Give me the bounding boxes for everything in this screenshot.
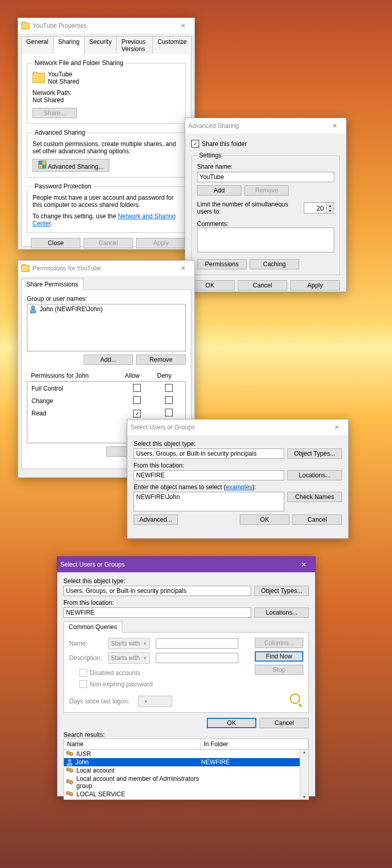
folder-icon xyxy=(21,265,29,272)
titlebar[interactable]: Select Users or Groups ✕ xyxy=(127,420,348,435)
tab-share-permissions[interactable]: Share Permissions xyxy=(21,279,84,290)
tab-sharing[interactable]: Sharing xyxy=(53,36,85,54)
location-label: From this location: xyxy=(63,599,309,606)
list-item[interactable]: John (NEWFIRE\John) xyxy=(40,306,103,313)
column-name[interactable]: Name xyxy=(64,739,201,749)
advanced-button[interactable]: Advanced... xyxy=(134,515,178,525)
column-folder[interactable]: In Folder xyxy=(201,739,308,749)
days-combo: ▼ xyxy=(138,696,172,707)
close-icon[interactable]: ✕ xyxy=(175,263,191,274)
scrollbar[interactable]: ▲▼ xyxy=(300,750,308,799)
advanced-sharing-window: Advanced Sharing ✕ ✓Share this folder Se… xyxy=(185,118,347,292)
select-users-advanced-window: Select Users or Groups ✕ Select this obj… xyxy=(57,556,316,797)
share-button[interactable]: Share... xyxy=(32,108,77,118)
close-icon[interactable]: ✕ xyxy=(175,21,191,31)
ok-button[interactable]: OK xyxy=(240,515,289,525)
tab-general[interactable]: General xyxy=(21,36,54,54)
titlebar[interactable]: YouTube Properties ✕ xyxy=(18,18,194,34)
cancel-button[interactable]: Cancel xyxy=(84,238,133,248)
network-path-label: Network Path: xyxy=(32,89,180,97)
locations-button[interactable]: Locations... xyxy=(287,470,342,480)
deny-checkbox[interactable] xyxy=(165,384,173,392)
result-row[interactable]: Local account and member of Administrato… xyxy=(64,775,308,790)
object-names-input[interactable] xyxy=(134,492,284,511)
users-listbox[interactable]: John (NEWFIRE\John) xyxy=(27,304,186,351)
share-name: YouTube xyxy=(48,71,79,78)
check-names-button[interactable]: Check Names xyxy=(287,492,342,502)
cancel-button[interactable]: Cancel xyxy=(259,718,309,728)
share-folder-checkbox[interactable]: ✓Share this folder xyxy=(191,140,247,148)
permissions-button[interactable]: Permissions xyxy=(197,259,247,269)
titlebar[interactable]: Advanced Sharing ✕ xyxy=(185,118,346,134)
desc-value-input xyxy=(156,653,238,663)
titlebar[interactable]: Permissions for YouTube ✕ xyxy=(18,261,194,276)
window-title: Select Users or Groups xyxy=(60,561,125,568)
remove-button[interactable]: Remove xyxy=(136,355,186,365)
result-row[interactable]: IUSR xyxy=(64,750,308,758)
comments-label: Comments: xyxy=(197,220,334,228)
properties-window: YouTube Properties ✕ General Sharing Sec… xyxy=(18,18,195,250)
ok-button[interactable]: OK xyxy=(207,718,256,728)
stop-button[interactable]: Stop xyxy=(255,665,303,675)
tab-previous-versions[interactable]: Previous Versions xyxy=(116,36,153,54)
spin-up-icon[interactable]: ▲ xyxy=(326,203,334,208)
window-title: Advanced Sharing xyxy=(188,122,239,130)
close-icon[interactable]: ✕ xyxy=(296,559,312,570)
apply-button[interactable]: Apply xyxy=(136,238,186,248)
result-row[interactable]: JohnNEWFIRE xyxy=(64,758,308,766)
object-types-button[interactable]: Object Types... xyxy=(254,586,309,596)
chevron-down-icon: ▼ xyxy=(144,699,148,704)
add-button[interactable]: Add xyxy=(197,185,241,196)
object-types-button[interactable]: Object Types... xyxy=(287,448,342,459)
location-input[interactable] xyxy=(134,470,284,480)
cancel-button[interactable]: Cancel xyxy=(292,515,342,525)
chevron-down-icon: ▼ xyxy=(143,641,147,646)
advanced-sharing-button[interactable]: Advanced Sharing... xyxy=(32,159,109,172)
tab-common-queries[interactable]: Common Queries xyxy=(63,621,122,633)
close-button[interactable]: Close xyxy=(31,238,80,248)
result-row[interactable]: Local account xyxy=(64,766,308,775)
window-title: Select Users or Groups xyxy=(130,424,195,431)
close-icon[interactable]: ✕ xyxy=(329,422,345,432)
allow-checkbox[interactable] xyxy=(133,396,141,404)
locations-button[interactable]: Locations... xyxy=(254,607,309,618)
close-icon[interactable]: ✕ xyxy=(326,121,343,131)
deny-checkbox[interactable] xyxy=(165,396,173,404)
select-users-window: Select Users or Groups ✕ Select this obj… xyxy=(127,419,349,539)
share-name-input[interactable] xyxy=(197,172,334,182)
columns-button[interactable]: Columns... xyxy=(255,638,303,648)
add-button[interactable]: Add... xyxy=(84,355,133,365)
folder-icon xyxy=(21,23,29,29)
limit-spinner[interactable]: ▲▼ xyxy=(304,202,334,214)
allow-header: Allow xyxy=(122,371,153,380)
result-row[interactable]: LOCAL SERVICE xyxy=(64,790,308,798)
examples-link[interactable]: examples xyxy=(226,484,252,491)
cancel-button[interactable]: Cancel xyxy=(238,280,287,291)
allow-checkbox[interactable] xyxy=(133,384,141,392)
object-type-input[interactable] xyxy=(63,586,251,596)
permissions-for-label: Permissions for John xyxy=(28,371,121,380)
tab-customize[interactable]: Customize xyxy=(152,36,192,54)
network-file-sharing-group: Network File and Folder Sharing YouTube … xyxy=(27,59,186,124)
allow-checkbox[interactable]: ✓ xyxy=(133,410,141,417)
location-label: From this location: xyxy=(134,462,342,469)
group-icon xyxy=(66,767,74,774)
spin-down-icon[interactable]: ▼ xyxy=(326,208,334,213)
result-name: IUSR xyxy=(76,750,200,758)
titlebar[interactable]: Select Users or Groups ✕ xyxy=(57,557,315,572)
apply-button[interactable]: Apply xyxy=(290,280,340,291)
find-now-button[interactable]: Find Now xyxy=(255,651,303,662)
caching-button[interactable]: Caching xyxy=(250,259,299,269)
object-type-input[interactable] xyxy=(134,448,284,459)
name-op-combo: Starts with▼ xyxy=(108,638,150,649)
advanced-sharing-group: Advanced Sharing Set custom permissions,… xyxy=(27,129,186,178)
remove-button[interactable]: Remove xyxy=(244,185,289,196)
group-legend: Advanced Sharing xyxy=(32,129,87,136)
deny-checkbox[interactable] xyxy=(165,409,173,416)
comments-input[interactable] xyxy=(197,228,334,252)
location-input[interactable] xyxy=(63,607,251,618)
chevron-down-icon: ▼ xyxy=(143,656,147,661)
results-list[interactable]: IUSRJohnNEWFIRELocal accountLocal accoun… xyxy=(63,750,309,800)
settings-group: Settings Share name: Add Remove Limit th… xyxy=(191,152,340,275)
tab-security[interactable]: Security xyxy=(84,36,117,54)
